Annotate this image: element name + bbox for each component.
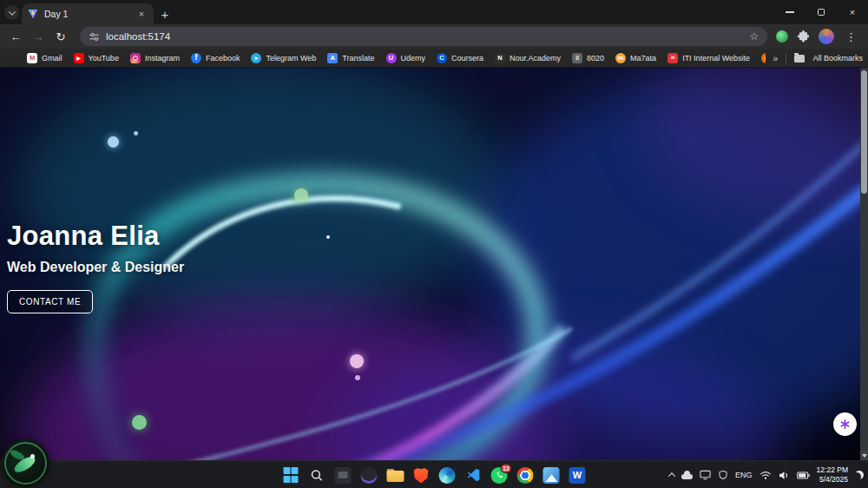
bookmark-telegram[interactable]: ▸ Telegram Web <box>251 53 316 63</box>
tab-search-button[interactable] <box>4 5 19 20</box>
bookmark-label: Gmail <box>42 54 62 63</box>
bookmark-label: Instagram <box>145 54 180 63</box>
photos-button[interactable] <box>541 465 562 486</box>
reload-button[interactable]: ↻ <box>50 26 71 47</box>
chrome-icon <box>517 467 534 484</box>
bookmark-label: Ma7ata <box>630 54 656 63</box>
folder-icon <box>386 469 404 482</box>
decor-dot <box>108 136 119 148</box>
bookmark-ma7ata[interactable]: m Ma7ata <box>615 53 656 63</box>
start-button[interactable] <box>280 465 302 486</box>
new-tab-button[interactable]: + <box>154 3 176 24</box>
bookmark-facebook[interactable]: f Facebook <box>191 53 240 63</box>
all-bookmarks-button[interactable]: All Bookmarks <box>812 54 863 63</box>
tab-close-icon[interactable]: × <box>135 8 148 20</box>
profile-avatar[interactable] <box>819 29 834 44</box>
minimize-button[interactable] <box>774 0 806 24</box>
shield-icon <box>718 470 728 480</box>
forward-button[interactable]: → <box>28 26 49 47</box>
back-button[interactable]: ← <box>5 26 26 47</box>
tray-overflow-button[interactable] <box>669 472 674 478</box>
dark-app-icon <box>335 467 352 484</box>
display-tray-button[interactable] <box>700 470 711 480</box>
contact-me-button[interactable]: CONTACT ME <box>7 290 93 313</box>
bookmark-translate[interactable]: A Translate <box>327 53 374 63</box>
adblock-extension-icon[interactable] <box>776 30 788 43</box>
all-bookmarks-folder-icon <box>794 55 805 63</box>
notification-center-button[interactable] <box>855 471 864 479</box>
bookmarks-overflow-button[interactable]: » <box>773 53 778 63</box>
bookmark-instagram[interactable]: Instagram <box>130 53 180 63</box>
maximize-icon <box>818 9 825 16</box>
favicon-glyph: m <box>618 55 624 62</box>
bookmark-iti-internal[interactable]: iti ITI Internal Website <box>667 53 750 63</box>
favicon-glyph: f <box>195 54 198 62</box>
search-button[interactable] <box>306 465 328 486</box>
camera-ring-icon <box>133 56 138 61</box>
browser-window: Day 1 × + × ← → ↻ localhost:5174 ☆ <box>0 0 868 488</box>
brave-icon <box>413 467 429 484</box>
file-explorer-button[interactable] <box>385 465 406 486</box>
decor-dot <box>326 235 330 239</box>
extensions-puzzle-icon[interactable] <box>797 30 810 43</box>
clock-button[interactable]: 12:22 PM 5/4/2025 <box>817 465 848 484</box>
logo-dot <box>30 454 35 458</box>
browser-tab[interactable]: Day 1 × <box>22 3 154 24</box>
translate-favicon: A <box>327 53 338 63</box>
edge-button[interactable] <box>437 465 458 486</box>
bookmarks-bar-right: » All Bookmarks <box>766 49 863 68</box>
chat-widget-button[interactable] <box>833 412 857 436</box>
tray-date: 5/4/2025 <box>817 475 848 485</box>
widget-asterisk-icon <box>838 418 852 431</box>
decor-dot <box>294 188 308 202</box>
bookmark-coursera[interactable]: C Coursera <box>437 53 483 63</box>
extensions-cluster: ⋮ <box>776 29 859 44</box>
taskbar-pinned-app-2[interactable] <box>358 465 380 486</box>
wifi-button[interactable] <box>760 471 772 480</box>
favicon-glyph: C <box>439 55 444 62</box>
bookmark-youtube[interactable]: ▶ YouTube <box>74 53 119 63</box>
bookmark-udemy[interactable]: U Udemy <box>386 53 426 63</box>
8020-favicon: 8 <box>572 53 582 63</box>
bookmark-8020[interactable]: 8 8020 <box>572 53 604 63</box>
decor-dot <box>350 354 364 368</box>
maximize-button[interactable] <box>806 0 837 24</box>
favicon-glyph: ▸ <box>255 55 259 61</box>
whatsapp-button[interactable]: 13 <box>489 465 510 486</box>
bookmark-nour-academy[interactable]: N Nour.Academy <box>495 53 561 63</box>
onedrive-button[interactable] <box>681 472 693 479</box>
bookmark-label: Translate <box>342 54 374 63</box>
chrome-button[interactable] <box>515 465 536 486</box>
battery-button[interactable] <box>797 472 810 479</box>
favicon-glyph: N <box>497 55 502 62</box>
browser-toolbar: ← → ↻ localhost:5174 ☆ ⋮ <box>0 24 868 49</box>
address-bar[interactable]: localhost:5174 ☆ <box>80 27 767 46</box>
word-button[interactable]: W <box>567 465 589 486</box>
taskbar-pinned-app-1[interactable] <box>332 465 354 486</box>
bookmark-star-icon[interactable]: ☆ <box>749 30 759 43</box>
volume-button[interactable] <box>779 471 790 480</box>
bookmark-gmail[interactable]: M Gmail <box>27 53 62 63</box>
speaker-icon <box>779 471 790 480</box>
url-text: localhost:5174 <box>106 31 743 42</box>
security-tray-button[interactable] <box>718 470 728 480</box>
language-button[interactable]: ENG <box>735 471 753 479</box>
site-info-icon[interactable] <box>89 31 100 43</box>
favicon-glyph: U <box>389 55 393 62</box>
page-scrollbar[interactable] <box>860 68 868 460</box>
vscode-button[interactable] <box>463 465 484 486</box>
browser-menu-icon[interactable]: ⋮ <box>843 30 859 43</box>
word-icon: W <box>569 467 586 484</box>
close-button[interactable]: × <box>837 0 868 24</box>
coursera-favicon: C <box>437 53 447 63</box>
search-icon <box>311 469 324 482</box>
scrollbar-down-arrow[interactable] <box>860 451 868 460</box>
udemy-favicon: U <box>386 53 397 63</box>
bookmark-label: Facebook <box>206 54 240 63</box>
scrollbar-thumb[interactable] <box>861 70 867 194</box>
favicon-glyph: iti <box>671 56 674 60</box>
moon-icon <box>855 471 864 479</box>
telegram-favicon: ▸ <box>251 53 261 63</box>
web-page: Joanna Elia Web Developer & Designer CON… <box>0 68 868 460</box>
brave-button[interactable] <box>411 465 432 486</box>
